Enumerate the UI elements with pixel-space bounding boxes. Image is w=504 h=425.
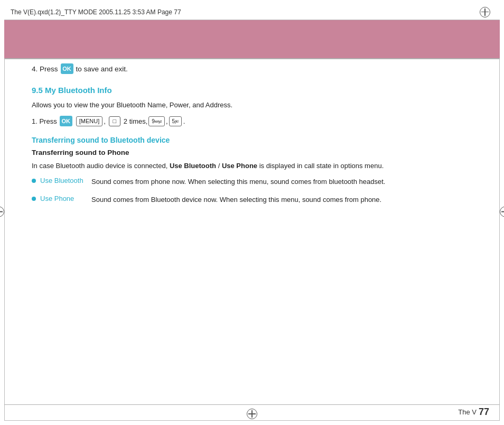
subsection-heading: Transferring sound to Bluetooth device — [32, 136, 472, 144]
step4-suffix: to save and exit. — [76, 65, 128, 73]
bullet-dot-bluetooth — [32, 179, 36, 183]
step1-prefix: 1. Press — [32, 117, 57, 125]
nav-key: □ — [109, 116, 120, 126]
bullet-label-phone: Use Phone — [36, 195, 91, 202]
step1-times: 2 times, — [124, 117, 148, 125]
step-1-line: 1. Press OK [MENU], □ 2 times, 9wxyz, 5j… — [32, 116, 472, 126]
step1-ok-icon: OK — [60, 116, 72, 126]
bottom-crosshair-icon — [244, 409, 260, 421]
key-9: 9wxyz — [148, 116, 165, 126]
header-title: The V(E).qxd(1.2)_TTY MODE 2005.11.25 3:… — [11, 8, 477, 16]
section-9-5-heading: 9.5 My Bluetooth Info — [32, 86, 472, 95]
footer-page-number: 77 — [479, 406, 489, 418]
pink-banner — [4, 20, 500, 58]
header-bar: The V(E).qxd(1.2)_TTY MODE 2005.11.25 3:… — [4, 4, 500, 20]
bullet-text-phone: Sound comes from Bluetooth device now. W… — [91, 195, 472, 205]
bullet-list: Use Bluetooth Sound comes from phone now… — [32, 177, 472, 205]
key-5: 5jkl — [169, 116, 182, 126]
main-content: 4. Press OK to save and exit. 9.5 My Blu… — [32, 63, 472, 393]
menu-key: [MENU] — [76, 116, 103, 126]
use-bluetooth-bold: Use Bluetooth — [170, 162, 216, 170]
separator-top — [4, 58, 500, 59]
bullet-item-use-bluetooth: Use Bluetooth Sound comes from phone now… — [32, 177, 472, 187]
bullet-dot-phone — [32, 197, 36, 201]
section-9-5-body: Allows you to view the your Bluetooth Na… — [32, 100, 472, 110]
left-crosshair-icon — [0, 207, 7, 219]
subsubheading: Transferring sound to Phone — [32, 149, 472, 156]
bullet-text-bluetooth: Sound comes from phone now. When selecti… — [91, 177, 472, 187]
ok-button-icon: OK — [61, 63, 73, 74]
use-phone-bold: Use Phone — [222, 162, 257, 170]
separator-bottom — [4, 404, 500, 405]
bullet-item-use-phone: Use Phone Sound comes from Bluetooth dev… — [32, 195, 472, 205]
step-4-line: 4. Press OK to save and exit. — [32, 63, 472, 74]
step4-prefix: 4. Press — [32, 65, 58, 73]
header-crosshair-icon — [480, 7, 490, 17]
bullet-label-bluetooth: Use Bluetooth — [36, 177, 91, 184]
subsection-body: In case Bluetooth audio device is connec… — [32, 161, 472, 171]
right-crosshair-icon — [497, 207, 504, 219]
footer-text: The V — [458, 408, 477, 416]
